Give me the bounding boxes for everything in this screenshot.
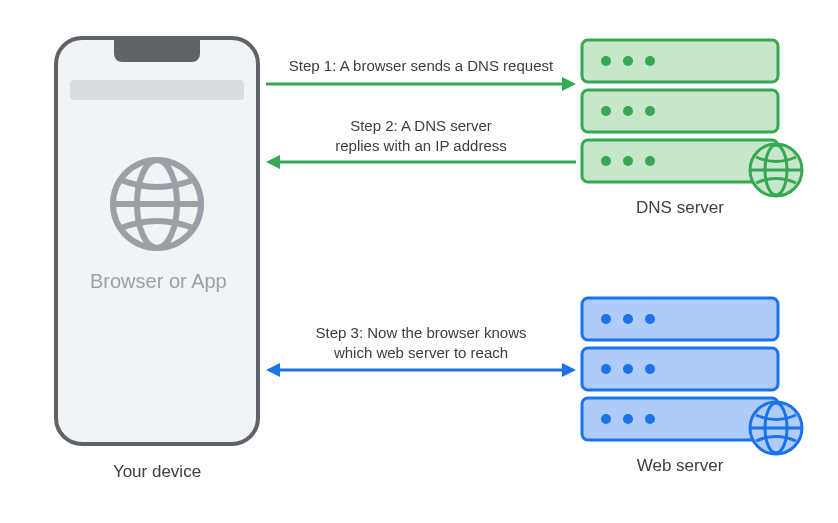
svg-point-15 bbox=[623, 156, 633, 166]
svg-point-31 bbox=[645, 414, 655, 424]
svg-point-10 bbox=[645, 56, 655, 66]
svg-point-12 bbox=[623, 106, 633, 116]
step2-line2: replies with an IP address bbox=[335, 137, 506, 154]
web-server-caption: Web server bbox=[580, 456, 780, 476]
globe-icon bbox=[107, 154, 207, 254]
svg-marker-36 bbox=[562, 77, 576, 91]
svg-point-11 bbox=[601, 106, 611, 116]
step3-label: Step 3: Now the browser knows which web … bbox=[266, 323, 576, 362]
arrow-step2 bbox=[266, 152, 576, 172]
step2-label: Step 2: A DNS server replies with an IP … bbox=[266, 116, 576, 155]
svg-marker-40 bbox=[266, 363, 280, 377]
svg-marker-38 bbox=[266, 155, 280, 169]
svg-point-24 bbox=[623, 314, 633, 324]
web-globe-icon bbox=[748, 400, 804, 456]
svg-rect-5 bbox=[582, 40, 778, 82]
svg-point-30 bbox=[623, 414, 633, 424]
svg-point-23 bbox=[601, 314, 611, 324]
dns-globe-icon bbox=[748, 142, 804, 198]
arrow-step1 bbox=[266, 74, 576, 94]
svg-point-14 bbox=[601, 156, 611, 166]
dns-diagram: Browser or App Your device DNS server bbox=[0, 0, 838, 523]
svg-point-26 bbox=[601, 364, 611, 374]
svg-point-27 bbox=[623, 364, 633, 374]
svg-rect-1 bbox=[70, 80, 244, 100]
step3-line1: Step 3: Now the browser knows bbox=[316, 324, 527, 341]
svg-point-8 bbox=[601, 56, 611, 66]
svg-marker-41 bbox=[562, 363, 576, 377]
step3-line2: which web server to reach bbox=[334, 344, 508, 361]
svg-point-25 bbox=[645, 314, 655, 324]
svg-point-28 bbox=[645, 364, 655, 374]
svg-point-16 bbox=[645, 156, 655, 166]
svg-point-13 bbox=[645, 106, 655, 116]
svg-rect-6 bbox=[582, 90, 778, 132]
svg-point-29 bbox=[601, 414, 611, 424]
step2-line1: Step 2: A DNS server bbox=[350, 117, 492, 134]
svg-point-9 bbox=[623, 56, 633, 66]
svg-rect-21 bbox=[582, 348, 778, 390]
step1-label: Step 1: A browser sends a DNS request bbox=[266, 56, 576, 76]
svg-rect-20 bbox=[582, 298, 778, 340]
device-app-label: Browser or App bbox=[90, 270, 227, 293]
device-caption: Your device bbox=[54, 462, 260, 482]
dns-server-caption: DNS server bbox=[580, 198, 780, 218]
arrow-step3 bbox=[266, 360, 576, 380]
